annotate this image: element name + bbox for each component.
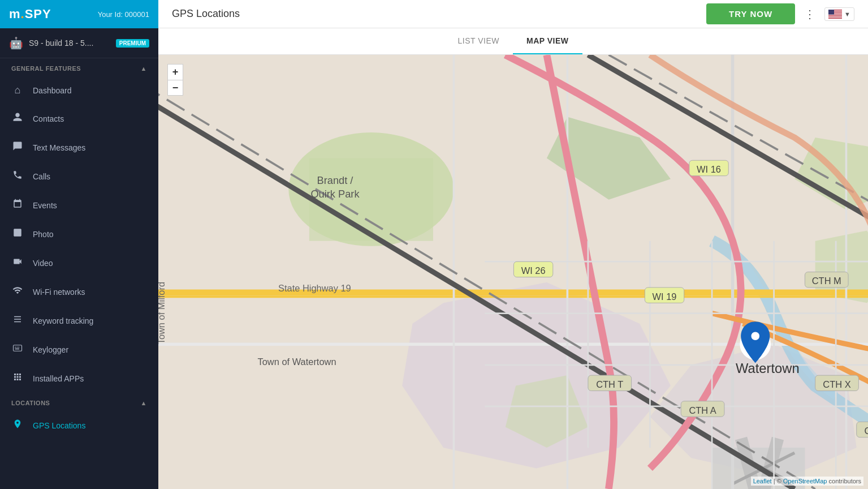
sidebar-item-keyword-tracking[interactable]: Keyword tracking (0, 306, 158, 335)
zoom-out-button[interactable]: − (167, 80, 183, 96)
device-icon: 🤖 (9, 36, 23, 50)
language-selector[interactable]: ▼ (824, 7, 854, 21)
sidebar-item-label: Video (33, 259, 53, 268)
sidebar: m.SPY Your Id: 000001 🤖 S9 - build 18 - … (0, 0, 158, 489)
svg-text:CTH M: CTH M (812, 276, 841, 286)
sidebar-item-label: Calls (33, 172, 50, 181)
leaflet-link[interactable]: Leaflet (753, 478, 772, 484)
svg-text:State Highway 19: State Highway 19 (278, 283, 351, 293)
page-title: GPS Locations (172, 8, 240, 20)
sidebar-item-label: Text Messages (33, 143, 85, 152)
general-features-section[interactable]: GENERAL FEATURES ▲ (0, 58, 158, 76)
tab-list-view[interactable]: LIST VIEW (444, 28, 512, 54)
sidebar-item-text-messages[interactable]: Text Messages (0, 133, 158, 162)
events-icon (11, 199, 24, 212)
locations-section[interactable]: LOCATIONS ▲ (0, 393, 158, 411)
svg-text:Brandt /: Brandt / (317, 174, 354, 186)
keylogger-icon (11, 343, 24, 356)
svg-rect-6 (828, 16, 842, 16)
svg-rect-5 (828, 14, 842, 15)
top-bar: GPS Locations TRY NOW ⋮ ▼ (158, 0, 868, 28)
device-row[interactable]: 🤖 S9 - build 18 - 5.... PREMIUM (0, 28, 158, 58)
wifi-icon (11, 285, 24, 298)
video-icon (11, 256, 24, 269)
map-svg: WI 16 WI 26 WI 19 State Highway 19 CTH R… (158, 55, 868, 489)
svg-text:Watertown: Watertown (736, 361, 800, 376)
svg-text:CTH T: CTH T (596, 379, 623, 389)
svg-text:Town of Watertown: Town of Watertown (258, 357, 336, 367)
sidebar-item-wifi-networks[interactable]: Wi-Fi networks (0, 277, 158, 306)
svg-rect-0 (14, 345, 22, 351)
map-container: WI 16 WI 26 WI 19 State Highway 19 CTH R… (158, 55, 868, 489)
sidebar-item-installed-apps[interactable]: Installed APPs (0, 364, 158, 393)
map-attribution: Leaflet | © OpenStreetMap contributors (751, 477, 863, 486)
photo-icon (11, 228, 24, 241)
main-content: GPS Locations TRY NOW ⋮ ▼ L (158, 0, 868, 489)
sidebar-item-events[interactable]: Events (0, 191, 158, 220)
map-area[interactable]: WI 16 WI 26 WI 19 State Highway 19 CTH R… (158, 55, 868, 489)
sidebar-header: m.SPY Your Id: 000001 (0, 0, 158, 28)
dashboard-icon: ⌂ (11, 84, 24, 96)
gps-icon (11, 419, 24, 432)
sidebar-item-label: Keyword tracking (33, 316, 93, 325)
svg-point-87 (751, 332, 759, 340)
svg-rect-7 (828, 17, 842, 18)
svg-text:CTH E: CTH E (864, 426, 868, 436)
sidebar-item-photo[interactable]: Photo (0, 220, 158, 248)
svg-text:WI 19: WI 19 (653, 291, 677, 302)
osm-link[interactable]: OpenStreetMap (783, 478, 827, 484)
sidebar-item-video[interactable]: Video (0, 248, 158, 277)
more-options-icon[interactable]: ⋮ (804, 7, 815, 21)
sidebar-item-label: Photo (33, 230, 54, 239)
sidebar-item-calls[interactable]: Calls (0, 162, 158, 191)
top-bar-right: TRY NOW ⋮ ▼ (706, 3, 854, 24)
sidebar-item-contacts[interactable]: Contacts (0, 104, 158, 133)
sidebar-item-label: Installed APPs (33, 374, 84, 383)
svg-text:WI 26: WI 26 (521, 265, 546, 276)
sidebar-item-keylogger[interactable]: Keylogger (0, 335, 158, 364)
app-logo: m.SPY (9, 7, 51, 22)
svg-rect-8 (828, 10, 834, 15)
us-flag-icon (828, 10, 842, 19)
device-name: S9 - build 18 - 5.... (29, 38, 110, 48)
map-controls: + − (167, 64, 183, 96)
sidebar-item-label: Keylogger (33, 345, 68, 354)
sidebar-item-label: Events (33, 201, 57, 210)
tab-map-view[interactable]: MAP VIEW (513, 28, 582, 54)
zoom-in-button[interactable]: + (167, 64, 183, 80)
sidebar-item-label: Wi-Fi networks (33, 288, 85, 297)
installed-apps-icon (11, 372, 24, 385)
svg-text:WI 16: WI 16 (697, 164, 721, 174)
user-id: Your Id: 000001 (98, 10, 149, 19)
try-now-button[interactable]: TRY NOW (706, 3, 795, 24)
premium-badge: PREMIUM (116, 39, 149, 48)
sidebar-item-label: GPS Locations (33, 421, 85, 430)
svg-text:Town of Milford: Town of Milford (158, 282, 166, 344)
sidebar-item-gps-locations[interactable]: GPS Locations (0, 411, 158, 440)
sidebar-item-label: Dashboard (33, 86, 72, 95)
view-tabs: LIST VIEW MAP VIEW (158, 28, 868, 55)
chevron-down-icon: ▼ (844, 11, 850, 18)
sidebar-item-label: Contacts (33, 114, 64, 123)
svg-text:CTH A: CTH A (689, 405, 716, 415)
keyword-tracking-icon (11, 314, 24, 327)
svg-text:CTH X: CTH X (823, 379, 850, 389)
contacts-icon (11, 112, 24, 125)
text-messages-icon (11, 141, 24, 154)
calls-icon (11, 170, 24, 183)
svg-text:Quirk Park: Quirk Park (310, 188, 360, 200)
sidebar-item-dashboard[interactable]: ⌂ Dashboard (0, 76, 158, 104)
